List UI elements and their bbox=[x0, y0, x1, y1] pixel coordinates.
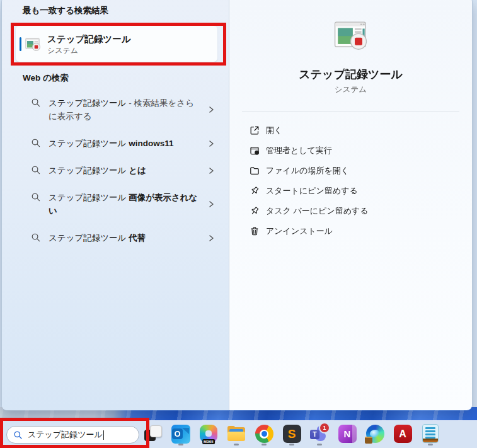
taskbar-icon-acrobat[interactable]: A bbox=[393, 424, 413, 445]
pin-icon bbox=[249, 185, 260, 197]
onenote-strip bbox=[352, 425, 357, 443]
chrome-center bbox=[261, 431, 267, 437]
m365-copilot-icon: M365 bbox=[200, 425, 217, 442]
web-search-header: Web の検索 bbox=[23, 73, 217, 83]
taskbar-icon-row: O M365 S bbox=[143, 424, 440, 445]
teams-letter: T bbox=[310, 430, 319, 439]
taskbar-icon-chrome[interactable] bbox=[254, 424, 274, 445]
suggestion-text: ステップ記録ツール 画像が表示されない bbox=[49, 191, 202, 217]
selection-accent-bar bbox=[20, 37, 21, 51]
suggestion-completion: windows11 bbox=[126, 139, 173, 148]
search-icon bbox=[31, 233, 41, 243]
chevron-right-icon[interactable] bbox=[207, 234, 215, 242]
briefcase-overlay-icon bbox=[365, 437, 372, 444]
taskbar-icon-sublime-text[interactable]: S bbox=[282, 424, 302, 445]
search-icon bbox=[31, 192, 41, 202]
web-suggestion-item[interactable]: ステップ記録ツール 代替 bbox=[25, 224, 217, 251]
suggestion-query: ステップ記録ツール bbox=[49, 233, 126, 243]
web-suggestion-list: ステップ記録ツール - 検索結果をさらに表示する ステップ記録ツール windo… bbox=[25, 89, 217, 251]
action-pin-to-start[interactable]: スタートにピン留めする bbox=[229, 181, 472, 201]
acrobat-icon: A bbox=[394, 425, 412, 443]
taskbar-icon-notepad[interactable] bbox=[420, 424, 440, 445]
search-icon bbox=[31, 98, 41, 108]
web-suggestion-item[interactable]: ステップ記録ツール とは bbox=[25, 157, 217, 184]
run-as-admin-icon bbox=[249, 145, 260, 156]
taskbar-icon-edge[interactable] bbox=[365, 424, 385, 445]
action-label: 管理者として実行 bbox=[266, 145, 332, 156]
web-suggestion-item[interactable]: ステップ記録ツール 画像が表示されない bbox=[25, 184, 217, 224]
action-open[interactable]: 開く bbox=[229, 120, 472, 141]
action-open-file-location[interactable]: ファイルの場所を開く bbox=[229, 161, 472, 181]
best-match-text: ステップ記録ツール システム bbox=[47, 33, 131, 55]
steps-recorder-icon-large bbox=[332, 17, 370, 55]
action-label: ファイルの場所を開く bbox=[266, 165, 349, 176]
notepad-line bbox=[425, 434, 435, 435]
search-icon bbox=[31, 165, 41, 175]
suggestion-text: ステップ記録ツール windows11 bbox=[49, 137, 202, 150]
web-suggestion-item[interactable]: ステップ記録ツール windows11 bbox=[25, 130, 217, 157]
m365-hole bbox=[205, 430, 212, 437]
notepad-line bbox=[425, 427, 435, 429]
suggestion-query: ステップ記録ツール bbox=[49, 98, 126, 108]
suggestion-query: ステップ記録ツール bbox=[49, 139, 126, 148]
taskbar-icon-m365-copilot[interactable]: M365 bbox=[198, 424, 219, 445]
sublime-text-icon: S bbox=[283, 425, 301, 443]
action-label: アンインストール bbox=[266, 226, 333, 237]
running-indicator bbox=[289, 444, 294, 445]
search-icon bbox=[31, 138, 41, 148]
notification-badge: 1 bbox=[319, 422, 330, 434]
m365-badge: M365 bbox=[202, 439, 215, 444]
chrome-icon bbox=[255, 425, 273, 443]
notepad-line bbox=[425, 430, 435, 432]
suggestion-completion: 代替 bbox=[126, 233, 146, 243]
taskbar-search-input[interactable]: ステップ記録ツール bbox=[6, 426, 139, 444]
taskbar-icon-teams[interactable]: T 1 bbox=[309, 424, 330, 445]
outlook-icon: O bbox=[171, 425, 190, 444]
suggestion-text: ステップ記録ツール とは bbox=[49, 164, 202, 177]
suggestion-query: ステップ記録ツール bbox=[49, 166, 126, 175]
outlook-letter: O bbox=[172, 428, 183, 439]
taskbar-icon-onenote[interactable]: N bbox=[337, 424, 357, 445]
chevron-right-icon[interactable] bbox=[207, 106, 215, 113]
task-view-icon-front bbox=[150, 425, 162, 437]
action-pin-to-taskbar[interactable]: タスク バーにピン留めする bbox=[229, 201, 472, 221]
steps-recorder-icon-small bbox=[25, 36, 41, 52]
app-hero: ステップ記録ツール システム bbox=[229, 1, 472, 95]
taskbar-icon-task-view[interactable] bbox=[143, 424, 163, 445]
app-subtitle: システム bbox=[335, 85, 367, 95]
app-title: ステップ記録ツール bbox=[299, 67, 403, 81]
best-match-header: 最も一致する検索結果 bbox=[23, 6, 217, 16]
action-uninstall[interactable]: アンインストール bbox=[229, 221, 472, 241]
app-detail-column: ステップ記録ツール システム 開く 管理者として実行 bbox=[229, 0, 472, 410]
best-match-title: ステップ記録ツール bbox=[47, 33, 131, 45]
open-icon bbox=[249, 125, 260, 136]
edge-icon bbox=[366, 425, 384, 443]
suggestion-text: ステップ記録ツール 代替 bbox=[49, 231, 202, 244]
action-label: 開く bbox=[266, 125, 282, 136]
app-action-list: 開く 管理者として実行 ファイルの場所を開く bbox=[229, 120, 472, 241]
search-icon bbox=[13, 430, 23, 440]
best-match-subtitle: システム bbox=[47, 45, 131, 55]
folder-icon bbox=[249, 165, 260, 176]
pin-icon bbox=[249, 205, 260, 217]
taskbar-icon-file-explorer[interactable] bbox=[226, 424, 246, 445]
web-suggestion-item[interactable]: ステップ記録ツール - 検索結果をさらに表示する bbox=[25, 89, 217, 130]
chevron-right-icon[interactable] bbox=[207, 140, 215, 147]
suggestion-query: ステップ記録ツール bbox=[49, 193, 126, 202]
suggestion-text: ステップ記録ツール - 検索結果をさらに表示する bbox=[49, 96, 202, 123]
outlook-envelope bbox=[182, 428, 189, 434]
chevron-right-icon[interactable] bbox=[207, 200, 215, 208]
action-run-as-admin[interactable]: 管理者として実行 bbox=[229, 141, 472, 161]
running-indicator bbox=[261, 444, 267, 445]
search-input-value: ステップ記録ツール bbox=[28, 429, 103, 440]
search-results-column: 最も一致する検索結果 ステップ記録ツール システム Web の検索 bbox=[2, 0, 229, 410]
running-indicator bbox=[317, 444, 322, 445]
chevron-right-icon[interactable] bbox=[207, 167, 215, 175]
best-match-item[interactable]: ステップ記録ツール システム bbox=[16, 26, 217, 62]
folder-front bbox=[227, 432, 245, 441]
onenote-icon: N bbox=[338, 425, 357, 443]
taskbar-icon-outlook[interactable]: O bbox=[171, 424, 191, 445]
running-indicator bbox=[178, 444, 183, 445]
search-flyout-panel: 最も一致する検索結果 ステップ記録ツール システム Web の検索 bbox=[1, 0, 473, 411]
file-explorer-icon bbox=[227, 425, 246, 444]
